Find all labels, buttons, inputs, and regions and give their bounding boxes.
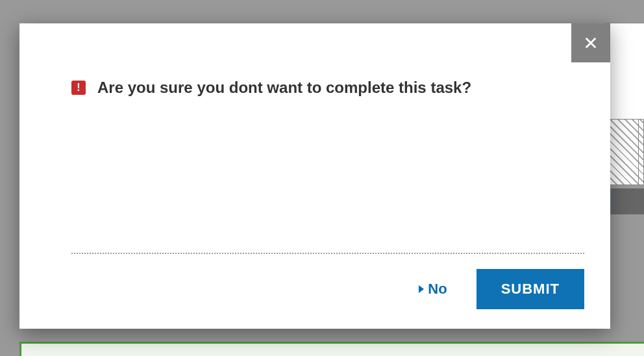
bg-hatched-area bbox=[610, 119, 644, 185]
dialog-actions: No SUBMIT bbox=[419, 269, 584, 309]
confirmation-dialog: ! Are you sure you dont want to complete… bbox=[19, 23, 610, 329]
bg-hatched-divider bbox=[638, 119, 639, 185]
dialog-header: ! Are you sure you dont want to complete… bbox=[19, 23, 610, 97]
no-button-label: No bbox=[428, 281, 447, 298]
dialog-divider bbox=[71, 253, 584, 254]
close-button[interactable] bbox=[571, 23, 610, 62]
close-icon bbox=[584, 36, 598, 50]
alert-icon-glyph: ! bbox=[77, 83, 80, 93]
bg-green-border bbox=[19, 342, 644, 356]
submit-button[interactable]: SUBMIT bbox=[477, 269, 584, 309]
bg-button-dark bbox=[612, 188, 644, 214]
alert-icon: ! bbox=[71, 81, 86, 95]
arrow-right-icon bbox=[419, 285, 424, 293]
no-button[interactable]: No bbox=[419, 281, 447, 298]
dialog-title: Are you sure you dont want to complete t… bbox=[97, 79, 471, 97]
